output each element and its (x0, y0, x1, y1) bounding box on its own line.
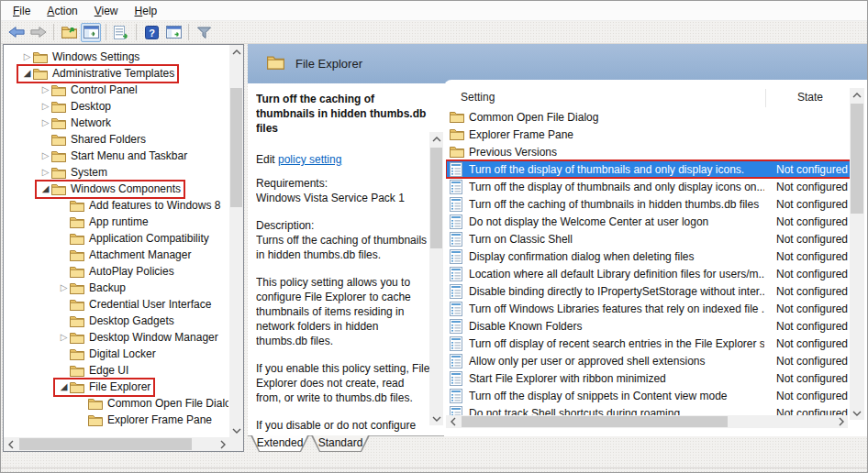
tree-item[interactable]: Attachment Manager (5, 247, 228, 263)
tree-item[interactable]: Add features to Windows 8 (5, 197, 228, 214)
settings-list-row[interactable]: Turn off the display of thumbnails and o… (446, 160, 851, 178)
scroll-right-icon[interactable] (216, 437, 229, 451)
tree-item[interactable]: Edge UI (5, 362, 228, 379)
scrollbar-thumb[interactable] (430, 148, 442, 248)
toolbar-separator (53, 24, 54, 40)
expand-arrow-icon[interactable]: ▷ (39, 151, 51, 160)
filter-icon[interactable] (194, 23, 214, 42)
expand-arrow-icon[interactable]: ▷ (39, 102, 51, 111)
folder-icon (51, 183, 66, 195)
expand-arrow-icon[interactable]: ◢ (21, 69, 33, 78)
scroll-up-icon[interactable] (229, 45, 243, 59)
tree-item[interactable]: Credential User Interface (5, 296, 228, 313)
tree-item[interactable]: Digital Locker (5, 346, 228, 362)
tree-item[interactable]: Explorer Frame Pane (5, 412, 228, 428)
column-header-state[interactable]: State (797, 91, 823, 104)
tree-item[interactable]: ▷ Backup (5, 280, 228, 296)
scroll-left-icon[interactable] (446, 415, 460, 428)
tree-vertical-scrollbar[interactable] (229, 45, 243, 437)
tree-item[interactable]: ◢ Windows Components (5, 181, 228, 197)
tree-item[interactable]: ▷ Control Panel (5, 82, 228, 98)
expand-arrow-icon[interactable]: ▷ (39, 85, 51, 94)
tree-horizontal-scrollbar[interactable] (4, 437, 229, 451)
settings-list-rows: Common Open File Dialog Explorer Frame P… (446, 108, 851, 415)
settings-list-row[interactable]: Display confirmation dialog when deletin… (446, 248, 851, 265)
tab-extended[interactable]: Extended (250, 435, 309, 452)
tree-item[interactable]: Shared Folders (5, 131, 228, 148)
scroll-down-icon[interactable] (850, 406, 864, 420)
settings-list-row[interactable]: Start File Explorer with ribbon minimize… (446, 369, 851, 387)
expand-arrow-icon[interactable]: ◢ (39, 184, 51, 193)
settings-list-row[interactable]: Common Open File Dialog (446, 108, 851, 126)
scrollbar-thumb[interactable] (230, 88, 242, 207)
expand-arrow-icon[interactable]: ▷ (39, 118, 51, 127)
settings-list-row[interactable]: Do not track Shell shortcuts during roam… (446, 404, 851, 415)
column-header-setting[interactable]: Setting (461, 91, 495, 104)
scroll-down-icon[interactable] (229, 424, 243, 437)
tree-item[interactable]: Common Open File Dialog (5, 395, 228, 412)
tree-item[interactable]: ▷ Start Menu and Taskbar (5, 148, 228, 164)
tree-item[interactable]: ▷ Windows Settings (5, 49, 228, 65)
scroll-up-icon[interactable] (429, 132, 443, 146)
tree-item[interactable]: ▷ Desktop Window Manager (5, 329, 228, 346)
scrollbar-thumb[interactable] (462, 416, 728, 427)
settings-list-row[interactable]: Turn off display of recent search entrie… (446, 335, 851, 352)
settings-list-row[interactable]: Allow only per user or approved shell ex… (446, 352, 851, 369)
row-icon (450, 267, 464, 281)
column-divider[interactable] (765, 89, 766, 107)
show-window-icon[interactable] (163, 23, 184, 42)
scrollbar-thumb[interactable] (851, 104, 863, 214)
settings-list-row[interactable]: Turn off the display of thumbnails and o… (446, 178, 851, 195)
tree-item[interactable]: ▷ Network (5, 115, 228, 131)
folder-icon (70, 216, 84, 228)
settings-list-row[interactable]: Turn off the caching of thumbnails in hi… (446, 195, 851, 213)
scroll-up-icon[interactable] (850, 88, 864, 102)
expand-arrow-icon[interactable]: ▷ (58, 333, 70, 342)
tab-standard[interactable]: Standard (311, 435, 370, 452)
back-arrow-icon[interactable] (6, 23, 27, 42)
tree-item[interactable]: ▷ System (5, 164, 228, 181)
scroll-right-icon[interactable] (834, 415, 848, 428)
scroll-left-icon[interactable] (4, 437, 17, 451)
settings-list-row[interactable]: Turn on Classic Shell Not configured (446, 230, 851, 248)
settings-list-row[interactable]: Turn off Windows Libraries features that… (446, 300, 851, 317)
tree-item[interactable]: AutoPlay Policies (5, 263, 228, 280)
export-folder-icon[interactable] (59, 23, 79, 42)
settings-list-row[interactable]: Do not display the Welcome Center at use… (446, 213, 851, 230)
setting-name: Previous Versions (469, 146, 764, 159)
expand-arrow-icon[interactable]: ▷ (21, 52, 33, 61)
tree-item-label: Control Panel (71, 83, 138, 96)
expand-arrow-icon[interactable]: ◢ (58, 382, 70, 391)
help-icon[interactable]: ? (141, 23, 161, 42)
tree-item[interactable]: ◢ Administrative Templates (5, 65, 228, 82)
list-vertical-scrollbar[interactable] (850, 88, 864, 420)
console-tree-toggle-icon[interactable] (81, 23, 101, 42)
group-policy-editor-window: File Action View Help ? (0, 0, 868, 473)
list-horizontal-scrollbar[interactable] (446, 415, 848, 428)
forward-arrow-icon[interactable] (28, 23, 49, 42)
menu-view[interactable]: View (86, 3, 127, 19)
menu-help[interactable]: Help (127, 3, 166, 19)
settings-list-row[interactable]: Explorer Frame Pane (446, 126, 851, 143)
menu-file[interactable]: File (5, 3, 39, 19)
scroll-down-icon[interactable] (429, 412, 443, 425)
settings-list-row[interactable]: Previous Versions (446, 143, 851, 160)
tree-item[interactable]: Desktop Gadgets (5, 313, 228, 329)
settings-list-row[interactable]: Location where all default Library defin… (446, 265, 851, 282)
details-vertical-scrollbar[interactable] (429, 132, 443, 425)
settings-list-row[interactable]: Turn off the display of snippets in Cont… (446, 387, 851, 404)
tree-item[interactable]: ◢ File Explorer (5, 379, 228, 395)
row-icon (450, 232, 464, 247)
menu-action[interactable]: Action (39, 3, 85, 19)
folder-icon (70, 299, 84, 311)
settings-list-row[interactable]: Disable Known Folders Not configured (446, 317, 851, 335)
tree-item[interactable]: Application Compatibility (5, 230, 228, 247)
settings-list-row[interactable]: Disable binding directly to IPropertySet… (446, 282, 851, 300)
export-list-icon[interactable] (111, 23, 131, 42)
expand-arrow-icon[interactable]: ▷ (39, 168, 51, 177)
tree-item[interactable]: ▷ Desktop (5, 98, 228, 115)
expand-arrow-icon[interactable]: ▷ (58, 283, 70, 292)
tree-item[interactable]: App runtime (5, 214, 228, 230)
scrollbar-thumb[interactable] (19, 438, 192, 450)
policy-setting-link[interactable]: policy setting (278, 153, 341, 166)
